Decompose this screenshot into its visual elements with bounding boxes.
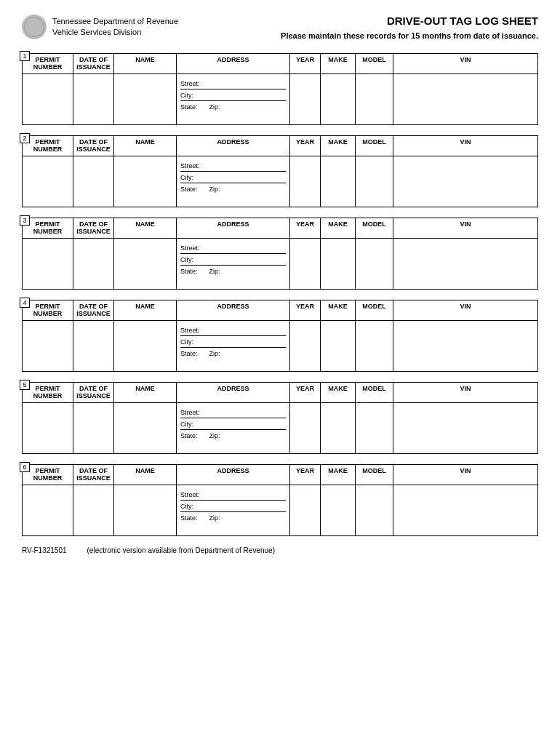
entry-table: PERMIT NUMBER DATE OF ISSUANCE NAME ADDR… bbox=[22, 464, 538, 536]
city-label: City: bbox=[180, 92, 193, 99]
dept-line-1: Tennessee Department of Revenue bbox=[52, 16, 178, 27]
vin-field[interactable] bbox=[393, 485, 538, 536]
city-label: City: bbox=[180, 256, 193, 263]
vin-field[interactable] bbox=[393, 74, 538, 125]
address-field[interactable]: Street: City: State: Zip: bbox=[177, 403, 290, 454]
make-field[interactable] bbox=[321, 239, 356, 290]
document-footer: RV-F1321501 (electronic version availabl… bbox=[22, 546, 538, 554]
street-label: Street: bbox=[180, 327, 200, 334]
entry-table: PERMIT NUMBER DATE OF ISSUANCE NAME ADDR… bbox=[22, 53, 538, 125]
year-field[interactable] bbox=[290, 239, 321, 290]
state-label: State: bbox=[180, 186, 198, 193]
address-field[interactable]: Street: City: State: Zip: bbox=[177, 239, 290, 290]
log-entry: 6 PERMIT NUMBER DATE OF ISSUANCE NAME AD… bbox=[22, 464, 538, 536]
make-field[interactable] bbox=[321, 485, 356, 536]
name-field[interactable] bbox=[114, 156, 177, 207]
make-field[interactable] bbox=[321, 403, 356, 454]
col-header-address: ADDRESS bbox=[177, 54, 290, 74]
city-label: City: bbox=[180, 421, 193, 428]
zip-label: Zip: bbox=[209, 432, 220, 439]
model-field[interactable] bbox=[356, 156, 393, 207]
name-field[interactable] bbox=[114, 321, 177, 372]
log-entry: 2 PERMIT NUMBER DATE OF ISSUANCE NAME AD… bbox=[22, 135, 538, 207]
year-field[interactable] bbox=[290, 403, 321, 454]
col-header-vin: VIN bbox=[393, 465, 538, 485]
model-field[interactable] bbox=[356, 321, 393, 372]
date-field[interactable] bbox=[73, 239, 114, 290]
col-header-date: DATE OF ISSUANCE bbox=[73, 218, 114, 239]
col-header-vin: VIN bbox=[393, 218, 538, 239]
col-header-date: DATE OF ISSUANCE bbox=[73, 136, 114, 156]
col-header-year: YEAR bbox=[290, 54, 321, 74]
col-header-name: NAME bbox=[114, 218, 177, 239]
entry-table: PERMIT NUMBER DATE OF ISSUANCE NAME ADDR… bbox=[22, 135, 538, 207]
document-header: Tennessee Department of Revenue Vehicle … bbox=[22, 15, 538, 40]
permit-field[interactable] bbox=[23, 403, 73, 454]
page-subtitle: Please maintain these records for 15 mon… bbox=[281, 31, 538, 40]
col-header-make: MAKE bbox=[321, 383, 356, 403]
address-field[interactable]: Street: City: State: Zip: bbox=[177, 156, 290, 207]
permit-field[interactable] bbox=[23, 485, 73, 536]
permit-field[interactable] bbox=[23, 239, 73, 290]
col-header-year: YEAR bbox=[290, 383, 321, 403]
name-field[interactable] bbox=[114, 74, 177, 125]
year-field[interactable] bbox=[290, 485, 321, 536]
form-id: RV-F1321501 bbox=[22, 546, 67, 554]
address-field[interactable]: Street: City: State: Zip: bbox=[177, 321, 290, 372]
street-label: Street: bbox=[180, 162, 200, 170]
vin-field[interactable] bbox=[393, 321, 538, 372]
entry-number-box: 2 bbox=[20, 133, 30, 143]
col-header-permit: PERMIT NUMBER bbox=[23, 218, 73, 239]
log-entry: 3 PERMIT NUMBER DATE OF ISSUANCE NAME AD… bbox=[22, 218, 538, 290]
col-header-year: YEAR bbox=[290, 300, 321, 321]
col-header-model: MODEL bbox=[356, 54, 393, 74]
col-header-name: NAME bbox=[114, 54, 177, 74]
date-field[interactable] bbox=[73, 485, 114, 536]
col-header-year: YEAR bbox=[290, 218, 321, 239]
col-header-make: MAKE bbox=[321, 300, 356, 321]
col-header-vin: VIN bbox=[393, 136, 538, 156]
entry-number-box: 3 bbox=[20, 215, 30, 226]
year-field[interactable] bbox=[290, 321, 321, 372]
city-label: City: bbox=[180, 174, 193, 181]
date-field[interactable] bbox=[73, 156, 114, 207]
col-header-vin: VIN bbox=[393, 300, 538, 321]
log-entry: 1 PERMIT NUMBER DATE OF ISSUANCE NAME AD… bbox=[22, 53, 538, 125]
col-header-name: NAME bbox=[114, 465, 177, 485]
state-label: State: bbox=[180, 514, 198, 522]
permit-field[interactable] bbox=[23, 156, 73, 207]
permit-field[interactable] bbox=[23, 74, 73, 125]
date-field[interactable] bbox=[73, 74, 114, 125]
col-header-permit: PERMIT NUMBER bbox=[23, 383, 73, 403]
address-field[interactable]: Street: City: State: Zip: bbox=[177, 485, 290, 536]
date-field[interactable] bbox=[73, 321, 114, 372]
entry-table: PERMIT NUMBER DATE OF ISSUANCE NAME ADDR… bbox=[22, 218, 538, 290]
col-header-vin: VIN bbox=[393, 54, 538, 74]
state-label: State: bbox=[180, 268, 198, 275]
address-field[interactable]: Street: City: State: Zip: bbox=[177, 74, 290, 125]
make-field[interactable] bbox=[321, 156, 356, 207]
col-header-name: NAME bbox=[114, 136, 177, 156]
make-field[interactable] bbox=[321, 74, 356, 125]
log-entry: 5 PERMIT NUMBER DATE OF ISSUANCE NAME AD… bbox=[22, 382, 538, 454]
vin-field[interactable] bbox=[393, 403, 538, 454]
make-field[interactable] bbox=[321, 321, 356, 372]
col-header-permit: PERMIT NUMBER bbox=[23, 300, 73, 321]
vin-field[interactable] bbox=[393, 239, 538, 290]
model-field[interactable] bbox=[356, 403, 393, 454]
permit-field[interactable] bbox=[23, 321, 73, 372]
col-header-permit: PERMIT NUMBER bbox=[23, 136, 73, 156]
year-field[interactable] bbox=[290, 156, 321, 207]
name-field[interactable] bbox=[114, 239, 177, 290]
model-field[interactable] bbox=[356, 74, 393, 125]
model-field[interactable] bbox=[356, 485, 393, 536]
vin-field[interactable] bbox=[393, 156, 538, 207]
col-header-name: NAME bbox=[114, 383, 177, 403]
col-header-permit: PERMIT NUMBER bbox=[23, 465, 73, 485]
model-field[interactable] bbox=[356, 239, 393, 290]
year-field[interactable] bbox=[290, 74, 321, 125]
col-header-make: MAKE bbox=[321, 218, 356, 239]
name-field[interactable] bbox=[114, 485, 177, 536]
date-field[interactable] bbox=[73, 403, 114, 454]
name-field[interactable] bbox=[114, 403, 177, 454]
